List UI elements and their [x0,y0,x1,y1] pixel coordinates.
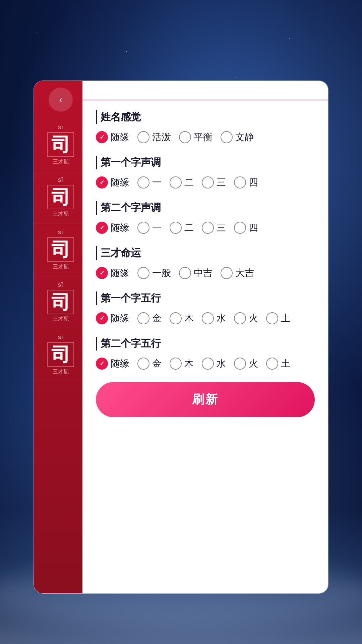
radio-item-name_feel-0[interactable]: 随缘 [96,131,129,144]
radio-label-second_char_element-1: 金 [152,357,162,370]
radio-item-first_char_tone-4[interactable]: 四 [234,176,258,189]
radio-group-sancai_fortune: 随缘一般中吉大吉 [96,267,315,279]
name-pinyin: sī [58,229,63,236]
name-pinyin: sī [58,334,63,341]
radio-label-first_char_tone-2: 二 [184,176,194,189]
radio-circle-first_char_element-1 [137,312,149,324]
radio-circle-name_feel-1 [137,131,149,143]
radio-item-name_feel-3[interactable]: 文静 [221,131,254,144]
section-title-first_char_tone: 第一个字声调 [96,156,315,169]
radio-item-second_char_tone-1[interactable]: 一 [137,221,162,234]
radio-label-first_char_element-3: 水 [217,312,226,325]
radio-item-sancai_fortune-2[interactable]: 中吉 [179,267,213,279]
radio-label-name_feel-2: 平衡 [194,131,213,144]
radio-item-first_char_element-1[interactable]: 金 [137,312,162,325]
radio-circle-second_char_tone-2 [170,222,182,234]
name-list-item[interactable]: sī 司 三才配 [34,328,87,381]
radio-item-first_char_tone-1[interactable]: 一 [137,176,162,189]
radio-item-second_char_element-3[interactable]: 水 [202,357,226,370]
radio-item-second_char_tone-3[interactable]: 三 [202,221,226,234]
refresh-button[interactable]: 刷新 [96,382,315,417]
name-subtext: 三才配 [53,158,69,165]
radio-circle-name_feel-0 [96,131,108,143]
name-char: 司 [51,134,70,155]
radio-item-second_char_tone-0[interactable]: 随缘 [96,221,129,234]
name-list-item[interactable]: sī 司 三才配 [34,118,87,171]
radio-item-sancai_fortune-3[interactable]: 大吉 [221,267,254,279]
name-subtext: 三才配 [53,368,69,375]
name-list-item[interactable]: sī 司 三才配 [34,276,87,329]
radio-label-sancai_fortune-1: 一般 [152,267,171,279]
name-list-item[interactable]: sī 司 三才配 [34,171,87,224]
name-char: 司 [51,186,70,208]
radio-item-first_char_element-5[interactable]: 土 [266,312,290,325]
radio-label-sancai_fortune-0: 随缘 [111,267,129,279]
radio-item-first_char_element-0[interactable]: 随缘 [96,312,129,325]
name-char-box: 司 [47,185,74,210]
radio-item-first_char_tone-3[interactable]: 三 [202,176,226,189]
name-char: 司 [51,239,70,260]
radio-circle-first_char_tone-2 [170,176,182,189]
filter-dialog-title [82,81,328,100]
filter-section-first_char_tone: 第一个字声调随缘一二三四 [96,156,315,189]
filter-section-second_char_tone: 第二个字声调随缘一二三四 [96,201,315,234]
radio-item-first_char_element-2[interactable]: 木 [170,312,194,325]
radio-item-second_char_element-0[interactable]: 随缘 [96,357,129,370]
radio-label-first_char_tone-4: 四 [249,176,258,189]
radio-circle-second_char_tone-4 [234,222,246,234]
radio-item-first_char_element-4[interactable]: 火 [234,312,258,325]
name-list-item[interactable]: sī 司 三才配 [34,223,87,276]
radio-label-second_char_element-4: 火 [249,357,258,370]
radio-item-second_char_tone-2[interactable]: 二 [170,221,194,234]
name-pinyin: sī [58,176,63,183]
name-subtext: 三才配 [53,316,69,323]
radio-label-name_feel-3: 文静 [235,131,254,144]
radio-item-sancai_fortune-1[interactable]: 一般 [137,267,171,279]
radio-circle-name_feel-2 [179,131,191,143]
radio-label-second_char_element-5: 土 [281,357,290,370]
radio-circle-name_feel-3 [221,131,233,143]
header [0,20,362,23]
radio-label-first_char_element-4: 火 [249,312,258,325]
radio-circle-first_char_element-2 [170,312,182,324]
name-pinyin: sī [58,281,63,288]
radio-circle-sancai_fortune-1 [137,267,149,279]
radio-item-second_char_tone-4[interactable]: 四 [234,221,258,234]
back-icon: ‹ [59,94,62,105]
radio-item-second_char_element-4[interactable]: 火 [234,357,258,370]
radio-item-first_char_tone-2[interactable]: 二 [170,176,194,189]
radio-circle-first_char_tone-4 [234,176,246,189]
radio-item-name_feel-1[interactable]: 活泼 [137,131,171,144]
radio-label-sancai_fortune-3: 大吉 [235,267,254,279]
radio-label-first_char_tone-3: 三 [217,176,226,189]
radio-label-first_char_tone-1: 一 [152,176,162,189]
radio-item-first_char_tone-0[interactable]: 随缘 [96,176,129,189]
name-char: 司 [51,344,70,365]
radio-circle-second_char_element-0 [96,358,108,370]
radio-item-first_char_element-3[interactable]: 水 [202,312,226,325]
name-list: sī 司 三才配 sī 司 三才配 sī 司 三才配 sī 司 三才配 sī 司… [34,118,87,593]
radio-group-second_char_element: 随缘金木水火土 [96,357,315,370]
radio-circle-second_char_element-3 [202,358,214,370]
radio-circle-first_char_element-4 [234,312,246,324]
radio-circle-second_char_element-1 [137,358,149,370]
left-panel: ‹ sī 司 三才配 sī 司 三才配 sī 司 三才配 sī 司 三才配 sī… [34,81,87,593]
radio-circle-second_char_element-2 [170,358,182,370]
name-char-box: 司 [47,290,74,315]
name-char-box: 司 [47,237,74,262]
radio-label-second_char_element-3: 水 [217,357,226,370]
radio-item-second_char_element-2[interactable]: 木 [170,357,194,370]
radio-circle-first_char_tone-0 [96,176,108,189]
radio-label-name_feel-1: 活泼 [152,131,171,144]
radio-item-second_char_element-1[interactable]: 金 [137,357,162,370]
radio-item-name_feel-2[interactable]: 平衡 [179,131,213,144]
radio-item-sancai_fortune-0[interactable]: 随缘 [96,267,129,279]
radio-item-second_char_element-5[interactable]: 土 [266,357,290,370]
radio-label-first_char_tone-0: 随缘 [111,176,129,189]
radio-circle-second_char_tone-1 [137,222,149,234]
section-title-first_char_element: 第一个字五行 [96,291,315,305]
back-button[interactable]: ‹ [49,88,73,112]
radio-group-second_char_tone: 随缘一二三四 [96,221,315,234]
filter-section-sancai_fortune: 三才命运随缘一般中吉大吉 [96,246,315,279]
radio-label-second_char_tone-1: 一 [152,221,162,234]
